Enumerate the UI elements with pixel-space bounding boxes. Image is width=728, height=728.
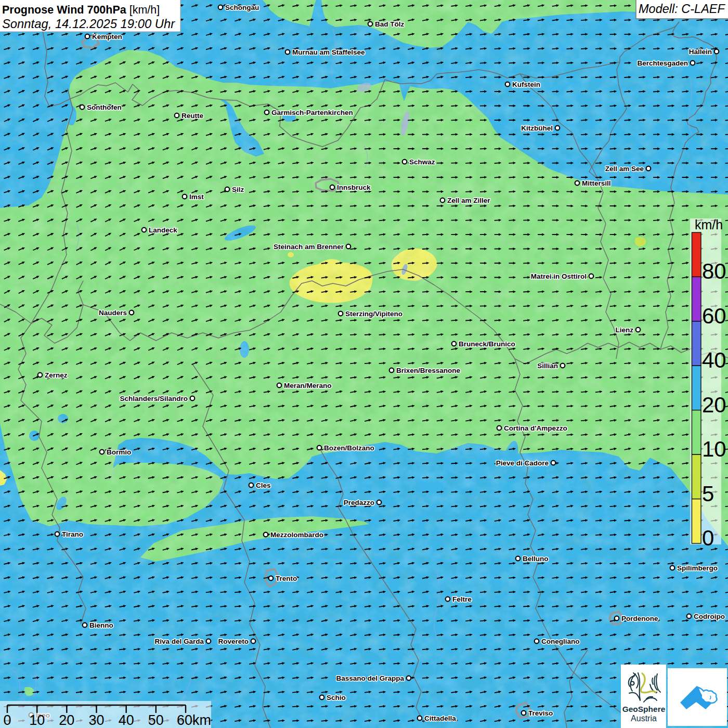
svg-text:0: 0 [702,526,714,550]
svg-text:Bassano del Grappa: Bassano del Grappa [336,674,404,682]
svg-text:Bruneck/Brunico: Bruneck/Brunico [459,340,515,348]
svg-text:40: 40 [702,348,726,372]
svg-text:20: 20 [59,712,74,728]
svg-text:10: 10 [702,437,726,461]
svg-text:Sonthofen: Sonthofen [87,103,122,111]
svg-text:10: 10 [29,712,45,728]
svg-text:Feltre: Feltre [452,595,472,603]
svg-text:40: 40 [119,712,134,728]
svg-text:Kitzbühel: Kitzbühel [521,124,553,132]
svg-text:Reutte: Reutte [181,112,203,120]
svg-text:Zell am Ziller: Zell am Ziller [447,197,490,204]
svg-text:Bormio: Bormio [107,448,131,456]
svg-text:Tirano: Tirano [62,530,83,538]
svg-text:Matrei in Osttirol: Matrei in Osttirol [531,272,587,280]
svg-text:Bozen/Bolzano: Bozen/Bolzano [324,444,374,452]
svg-text:60: 60 [702,304,726,328]
svg-text:Cittadella: Cittadella [424,714,456,722]
svg-text:Berchtesgaden: Berchtesgaden [637,59,688,67]
svg-text:Sterzing/Vipiteno: Sterzing/Vipiteno [345,310,402,318]
svg-text:Garmisch-Partenkirchen: Garmisch-Partenkirchen [271,109,353,116]
svg-text:Prognose Wind 700hPa [km/h]: Prognose Wind 700hPa [km/h] [2,4,160,16]
svg-text:60km: 60km [177,712,211,728]
svg-text:Kufstein: Kufstein [512,81,540,88]
svg-text:Sillian: Sillian [537,362,558,370]
svg-text:Mezzolombardo: Mezzolombardo [270,531,323,539]
svg-text:Modell: C-LAEF: Modell: C-LAEF [639,2,725,16]
svg-text:km/h: km/h [695,217,723,232]
svg-text:Schlanders/Silandro: Schlanders/Silandro [120,395,188,402]
svg-text:30: 30 [88,712,104,728]
svg-text:Rovereto: Rovereto [218,638,249,645]
svg-text:Brixen/Bressanone: Brixen/Bressanone [396,367,461,374]
svg-text:Meran/Merano: Meran/Merano [284,382,332,389]
svg-text:Trento: Trento [276,575,297,582]
svg-text:Conegliano: Conegliano [541,638,580,645]
svg-text:Pordenone: Pordenone [621,615,658,622]
svg-text:Cles: Cles [256,482,271,489]
svg-text:Nauders: Nauders [99,309,127,317]
svg-text:Belluno: Belluno [523,555,549,563]
svg-text:20: 20 [702,393,726,417]
svg-text:Austria: Austria [631,714,657,723]
svg-text:Murnau am Staffelsee: Murnau am Staffelsee [292,48,365,56]
svg-text:Hallein: Hallein [689,48,712,56]
svg-text:50: 50 [148,712,164,728]
svg-text:Pieve di Cadore: Pieve di Cadore [496,459,549,467]
svg-text:GeoSphere: GeoSphere [622,705,666,713]
svg-text:Bad Tölz: Bad Tölz [375,20,404,28]
svg-text:Imst: Imst [189,193,204,201]
svg-text:Bienno: Bienno [89,621,113,629]
svg-text:Zernez: Zernez [45,371,68,379]
svg-text:Cortina d'Ampezzo: Cortina d'Ampezzo [504,424,567,432]
svg-text:Treviso: Treviso [528,709,553,717]
svg-text:Schongau: Schongau [225,4,259,11]
svg-text:Kempten: Kempten [92,33,122,41]
svg-text:Riva del Garda: Riva del Garda [154,638,204,645]
svg-text:Sonntag, 14.12.2025 19:00 Uhr: Sonntag, 14.12.2025 19:00 Uhr [2,17,175,31]
svg-text:Lienz: Lienz [615,326,633,334]
svg-text:Schwaz: Schwaz [409,158,435,166]
svg-text:Schio: Schio [327,694,346,701]
svg-text:Steinach am Brenner: Steinach am Brenner [274,243,344,251]
svg-text:Silz: Silz [232,186,244,193]
svg-text:Zell am See: Zell am See [605,165,644,173]
svg-text:Mittersill: Mittersill [582,179,611,187]
svg-text:5: 5 [702,482,714,506]
svg-text:Innsbruck: Innsbruck [337,184,371,191]
svg-text:80: 80 [702,259,726,283]
svg-text:0: 0 [3,712,11,728]
svg-text:Predazzo: Predazzo [344,499,374,506]
svg-text:Landeck: Landeck [149,226,177,234]
svg-text:Codroipo: Codroipo [694,613,725,620]
svg-text:Spilimbergo: Spilimbergo [677,564,718,572]
